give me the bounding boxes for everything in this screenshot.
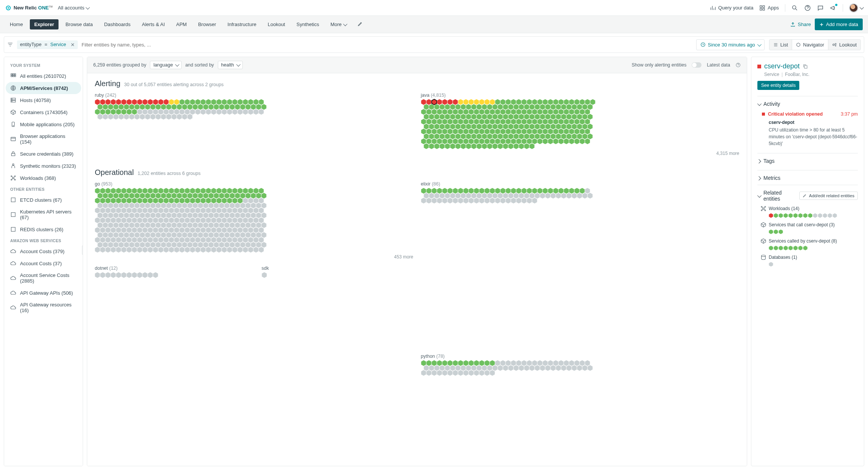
entity-hex[interactable] xyxy=(587,365,593,371)
filter-input[interactable] xyxy=(82,42,692,48)
entity-hex[interactable] xyxy=(572,193,577,199)
entity-hex[interactable] xyxy=(153,272,158,278)
entity-hex[interactable] xyxy=(158,247,163,253)
help-icon[interactable] xyxy=(735,62,741,68)
entity-hex[interactable] xyxy=(455,143,461,149)
entity-hex[interactable] xyxy=(121,247,126,253)
entity-hex[interactable] xyxy=(137,272,142,278)
entity-hex[interactable] xyxy=(253,247,259,253)
sidebar-collapse-handle[interactable]: ◀ xyxy=(82,245,83,255)
entity-hex[interactable] xyxy=(429,143,434,149)
entity-hex[interactable] xyxy=(206,247,211,253)
entity-hex[interactable] xyxy=(439,143,445,149)
entity-hex[interactable] xyxy=(437,198,442,204)
entity-hex[interactable] xyxy=(492,143,498,149)
entity-hex[interactable] xyxy=(556,365,561,371)
see-entity-details-button[interactable]: See entity details xyxy=(757,81,799,90)
query-data-link[interactable]: Query your data xyxy=(710,5,753,11)
entity-hex[interactable] xyxy=(458,198,463,204)
entity-hex[interactable] xyxy=(500,198,506,204)
entity-hex[interactable] xyxy=(421,198,426,204)
entity-hex[interactable] xyxy=(259,109,264,115)
entity-hex[interactable] xyxy=(432,198,437,204)
entity-hex[interactable] xyxy=(124,114,129,120)
sidebar-item[interactable]: Account Costs (37) xyxy=(6,257,81,269)
entity-hex[interactable] xyxy=(132,247,137,253)
entity-hex[interactable] xyxy=(150,114,156,120)
entity-hex[interactable] xyxy=(469,198,474,204)
entity-hex[interactable] xyxy=(216,109,222,115)
brand-logo[interactable]: New Relic ONETM xyxy=(5,5,52,11)
entity-hex[interactable] xyxy=(216,247,222,253)
entity-hex[interactable] xyxy=(564,138,569,144)
entity-hex[interactable] xyxy=(463,370,469,376)
entity-hex[interactable] xyxy=(490,198,495,204)
entity-hex[interactable] xyxy=(179,247,185,253)
related-entity-item[interactable]: Services that call cserv-depot (3) xyxy=(769,222,858,234)
sidebar-item[interactable]: Kubernetes API servers (67) xyxy=(6,206,81,223)
entity-hex[interactable] xyxy=(171,114,177,120)
entity-hex[interactable] xyxy=(421,370,426,376)
nav-item-home[interactable]: Home xyxy=(5,19,28,29)
entity-hex[interactable] xyxy=(561,365,566,371)
entity-hex[interactable] xyxy=(95,247,100,253)
entity-hex[interactable] xyxy=(195,247,200,253)
entity-hex[interactable] xyxy=(140,114,145,120)
entity-hex[interactable] xyxy=(126,272,132,278)
entity-hex[interactable] xyxy=(572,365,577,371)
entity-hex[interactable] xyxy=(132,272,137,278)
nav-item-apm[interactable]: APM xyxy=(172,19,191,29)
entity-hex[interactable] xyxy=(174,247,179,253)
entity-hex[interactable] xyxy=(535,365,540,371)
entity-hex[interactable] xyxy=(248,109,253,115)
entity-hex[interactable] xyxy=(527,198,532,204)
nav-item-synthetics[interactable]: Synthetics xyxy=(292,19,324,29)
entity-hex[interactable] xyxy=(442,370,447,376)
entity-hex[interactable] xyxy=(453,198,458,204)
entity-name-link[interactable]: cserv-depot xyxy=(764,62,800,70)
entity-hex[interactable] xyxy=(116,272,121,278)
entity-hex[interactable] xyxy=(243,109,248,115)
entity-hex[interactable] xyxy=(137,247,142,253)
nav-item-browser[interactable]: Browser xyxy=(194,19,221,29)
share-button[interactable]: Share xyxy=(790,22,811,27)
critical-violation[interactable]: Critical violation opened xyxy=(762,111,823,117)
entity-hex[interactable] xyxy=(182,114,187,120)
entity-hex[interactable] xyxy=(211,109,216,115)
entity-hex[interactable] xyxy=(111,272,116,278)
entity-hex[interactable] xyxy=(524,365,529,371)
activity-accordion[interactable]: Activity xyxy=(757,101,858,107)
entity-hex[interactable] xyxy=(577,365,582,371)
entity-hex[interactable] xyxy=(153,247,158,253)
entity-hex[interactable] xyxy=(503,143,508,149)
entity-hex[interactable] xyxy=(262,272,267,278)
entity-hex[interactable] xyxy=(490,370,495,376)
nav-item-alerts-ai[interactable]: Alerts & AI xyxy=(137,19,170,29)
entity-hex[interactable] xyxy=(105,247,111,253)
entity-hex[interactable] xyxy=(553,138,558,144)
entity-hex[interactable] xyxy=(503,365,508,371)
entity-hex[interactable] xyxy=(513,143,519,149)
entity-hex[interactable] xyxy=(506,198,511,204)
entity-hex[interactable] xyxy=(558,138,564,144)
show-alerting-toggle[interactable] xyxy=(692,62,701,68)
entity-hex[interactable] xyxy=(100,247,105,253)
entity-hex[interactable] xyxy=(119,114,124,120)
time-picker[interactable]: Since 30 minutes ago xyxy=(696,39,765,50)
nav-edit-button[interactable] xyxy=(353,19,367,30)
entity-hex[interactable] xyxy=(426,370,432,376)
view-navigator[interactable]: Navigator xyxy=(792,40,828,50)
add-edit-related-button[interactable]: Add/edit related entities xyxy=(799,192,858,200)
sortby-select[interactable]: health xyxy=(218,61,243,69)
sidebar-item[interactable]: Containers (1743054) xyxy=(6,106,81,118)
entity-hex[interactable] xyxy=(482,143,487,149)
tags-accordion[interactable]: Tags xyxy=(757,158,858,164)
add-data-button[interactable]: Add more data xyxy=(815,19,863,30)
accounts-dropdown[interactable]: All accounts xyxy=(58,5,89,11)
entity-hex[interactable] xyxy=(97,114,103,120)
entity-hex[interactable] xyxy=(434,143,439,149)
search-icon[interactable] xyxy=(791,5,798,11)
sidebar-item[interactable]: API Gateway resources (16) xyxy=(6,299,81,316)
entity-hex[interactable] xyxy=(169,247,174,253)
sidebar-item[interactable]: REDIS clusters (26) xyxy=(6,223,81,235)
